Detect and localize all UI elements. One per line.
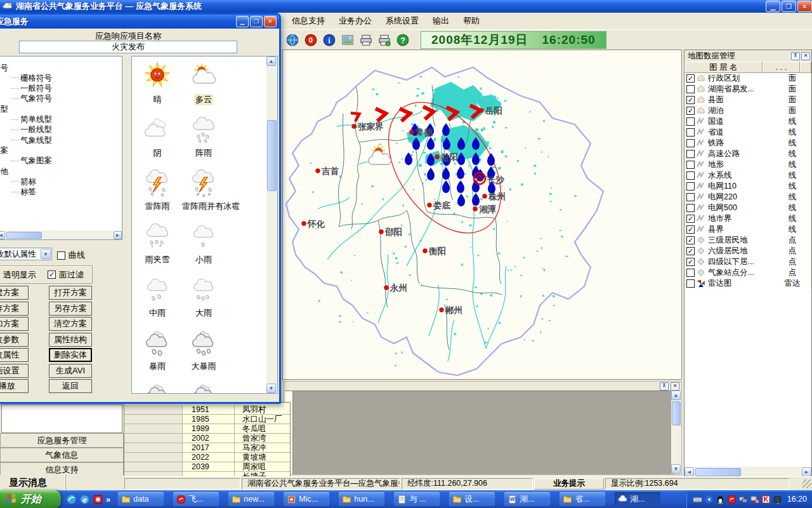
launch-msn-icon[interactable] [66,494,77,505]
table-row[interactable]: 1951凤羽村 [124,405,290,415]
weather-item[interactable]: 雷阵雨并有冰雹 [181,168,226,212]
layer-checkbox[interactable]: ✓ [686,107,695,115]
layer-checkbox[interactable]: ✓ [686,236,695,244]
chip-tray-icon[interactable] [773,495,782,504]
weather-item[interactable]: 大暴雨 [181,328,226,372]
weather-item[interactable]: 大雨 [181,275,226,319]
dialog-button[interactable]: 删除实体 [49,348,92,362]
task-button[interactable]: 与 ... [394,492,440,506]
menu-item[interactable]: 输出 [426,13,455,29]
layer-row[interactable]: ✓县界线 [684,224,811,235]
dialog-button[interactable]: 建方案 [0,286,29,300]
output-panel-scrollbar[interactable]: ▲ ▼ [671,391,681,474]
keyboard-tray-icon[interactable] [693,495,702,504]
menu-item[interactable]: 信息支持 [285,13,331,29]
language-tray-icon[interactable] [704,495,714,504]
layer-row[interactable]: 地形线 [684,159,811,170]
close-icon[interactable]: ✕ [264,16,277,27]
layer-checkbox[interactable] [686,85,695,93]
layer-row[interactable]: 电网500线 [684,203,811,213]
curve-checkbox[interactable] [57,251,65,260]
task-button[interactable]: hun... [339,492,384,506]
column-header-extra[interactable] [800,62,811,73]
weather-item-partial[interactable] [134,382,180,394]
close-icon[interactable]: ✕ [671,382,679,391]
dialog-button[interactable]: 加方案 [0,317,29,331]
resize-grip[interactable] [802,479,811,488]
tree-node[interactable]: 线型 [0,104,8,114]
table-row[interactable]: 1985水口山一厂 [124,415,290,424]
printer-icon[interactable] [358,32,374,48]
weather-item[interactable]: 雷阵雨 [134,168,180,212]
tree-leaf[interactable]: 栅格符号 [11,73,52,83]
tree-leaf[interactable]: 简单线型 [11,115,52,125]
table-row[interactable]: 1989冬瓜咀 [124,424,290,434]
pin-icon[interactable]: ⊼ [660,382,669,391]
layer-row[interactable]: 雷达图雷达 [684,278,811,289]
layer-row[interactable]: ✓地市界线 [684,213,811,224]
qq-tray-icon[interactable] [716,495,725,504]
map-panel[interactable]: 张家界常德岳阳吉首益阳长沙株州湘潭娄底怀化邵阳衡阳永州郴州 [282,50,682,380]
layer-checkbox[interactable] [686,204,695,212]
restore-icon[interactable]: ❐ [250,16,263,27]
layer-checkbox[interactable] [686,269,695,277]
layer-row[interactable]: ✓行政区划面 [684,73,811,84]
scroll-left-icon[interactable]: ◄ [0,231,5,239]
layer-checkbox[interactable] [686,182,695,190]
minimize-icon[interactable]: ▁ [236,16,249,27]
layer-checkbox[interactable]: ✓ [686,247,695,255]
dialog-button[interactable]: 属性结构 [49,333,92,347]
tree-node[interactable]: 符号 [0,63,8,73]
tree-leaf[interactable]: 一般符号 [11,84,52,94]
dock-bar-button[interactable]: 气象信息 [0,448,124,462]
task-button[interactable]: new... [228,492,274,506]
weather-item[interactable]: 阵雨 [181,115,226,159]
layer-checkbox[interactable] [686,279,695,288]
dialog-button[interactable]: 打开方案 [49,286,92,300]
weather-symbol-list[interactable]: 晴多云阴阵雨雷阵雨雷阵雨并有冰雹**雨夹雪小雨中雨大雨暴雨大暴雨 ▲ ▼ [131,56,278,394]
task-button[interactable]: 设... [449,492,495,506]
dialog-button[interactable]: 存方案 [0,302,29,316]
scroll-up-icon[interactable]: ▲ [266,57,276,66]
layer-checkbox[interactable]: ✓ [686,74,695,83]
scroll-down-icon[interactable]: ▼ [266,384,276,393]
scroll-down-icon[interactable]: ▼ [671,464,681,474]
layer-checkbox[interactable] [686,171,695,180]
chevron-down-icon[interactable]: ▼ [41,249,51,259]
weather-item[interactable]: **雨夹雪 [134,222,180,265]
layer-checkbox[interactable] [686,161,695,169]
layer-row[interactable]: ✓六级居民地点 [684,246,811,257]
stop-icon[interactable]: 0 [303,32,319,48]
menu-item[interactable]: 帮助 [457,13,486,29]
scroll-up-icon[interactable]: ▲ [671,391,681,400]
layer-row[interactable]: ✓县面面 [684,95,811,105]
info-icon[interactable]: i [321,32,337,48]
show-message-label[interactable]: 显示消息 [0,477,47,489]
layer-row[interactable]: 气象站点分...点 [684,267,811,278]
task-button[interactable]: data [118,492,164,506]
layer-row[interactable]: ✓三级居民地点 [684,235,811,246]
face-filter-checkbox[interactable]: ✓ [48,271,56,279]
tree-node[interactable]: 图案 [0,145,8,156]
layer-row[interactable]: ✓湖泊面 [684,105,811,116]
table-row[interactable]: 2039周家咀 [124,462,290,472]
dialog-button[interactable]: 改参数 [0,333,29,347]
tree-leaf[interactable]: 一般线型 [11,125,52,135]
layer-row[interactable]: 水系线线 [684,170,811,181]
globe-icon[interactable] [284,32,301,48]
layer-row[interactable]: 电网220线 [684,192,811,203]
dialog-button[interactable]: 清空方案 [49,317,92,331]
task-button[interactable]: 飞... [173,492,219,506]
printer-2-icon[interactable] [376,32,393,48]
dialog-button[interactable]: 播放 [0,379,29,393]
weather-item[interactable]: 多云 [181,62,226,105]
table-row[interactable]: 2017马家冲 [124,443,290,453]
table-row[interactable]: 2022黄坡塘 [124,453,290,462]
dialog-button[interactable]: 另存方案 [49,302,92,316]
weather-item[interactable]: 暴雨 [134,328,180,372]
layer-row[interactable]: 国道线 [684,116,811,127]
weather-item[interactable]: 小雨 [181,222,226,265]
dock-bar-button[interactable]: 应急服务管理 [0,433,124,448]
layer-checkbox[interactable] [686,128,695,137]
help-icon[interactable]: ? [395,32,411,48]
